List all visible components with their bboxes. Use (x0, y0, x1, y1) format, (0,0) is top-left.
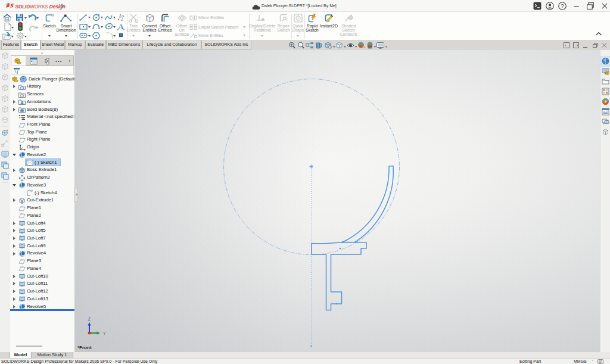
svg-text:Y: Y (103, 331, 106, 335)
svg-text:Z: Z (88, 317, 91, 321)
svg-text:SOLIDWORKS Design: SOLIDWORKS Design (15, 4, 66, 10)
svg-text:A: A (118, 22, 124, 30)
svg-text:m: m (22, 77, 25, 81)
svg-text:?: ? (561, 2, 564, 9)
